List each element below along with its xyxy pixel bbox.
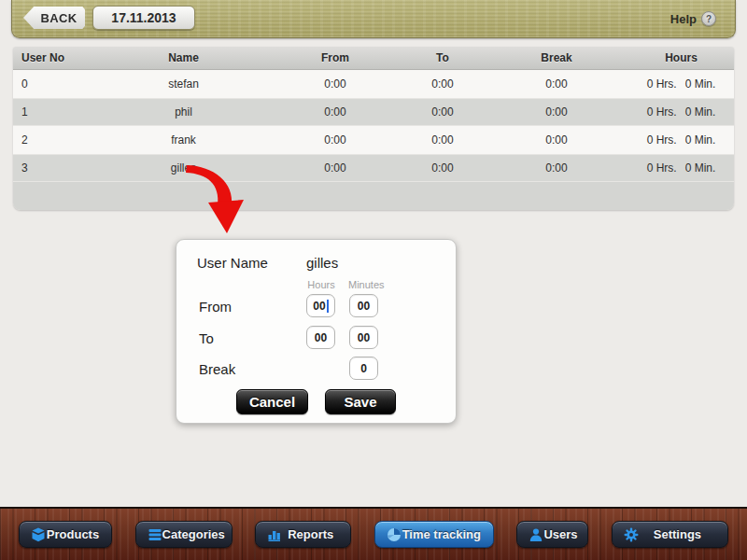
time-tracking-table: User No Name From To Break Hours 0 stefa…	[13, 47, 734, 210]
tab-settings-label: Settings	[639, 527, 716, 541]
table-footer-band	[13, 182, 734, 210]
cell-hours: 0 Hrs. 0 Min.	[628, 161, 734, 175]
cell-break: 0:00	[485, 133, 628, 147]
tab-categories-label: Categories	[162, 527, 225, 541]
break-value: 0	[360, 362, 367, 375]
tab-categories[interactable]: Categories	[135, 521, 233, 548]
cell-hours-min: 0 Min.	[685, 105, 716, 119]
bottom-toolbar: Products Categories Reports Time trackin…	[0, 507, 747, 560]
user-name-label: User Name	[197, 255, 268, 271]
tab-products-label: Products	[46, 527, 100, 541]
table-row-selected[interactable]: 3 gilles 0:00 0:00 0:00 0 Hrs. 0 Min.	[13, 154, 734, 182]
table-header-row: User No Name From To Break Hours	[13, 47, 734, 70]
help-control[interactable]: Help ?	[670, 10, 716, 27]
tab-time-tracking-label: Time tracking	[402, 527, 482, 541]
from-label: From	[199, 299, 232, 315]
back-button[interactable]: BACK	[23, 7, 85, 29]
tab-reports[interactable]: Reports	[255, 521, 351, 548]
cell-hours-hrs: 0 Hrs.	[647, 77, 677, 91]
cell-hours: 0 Hrs. 0 Min.	[628, 133, 734, 147]
edit-time-dialog: User Name gilles Hours Minutes From 00 0…	[176, 239, 457, 424]
from-hours-input[interactable]: 00	[306, 294, 335, 317]
save-button-label: Save	[344, 394, 376, 410]
column-header-from: From	[270, 51, 401, 64]
cell-name: stefan	[97, 77, 270, 91]
cell-hours-min: 0 Min.	[685, 133, 716, 147]
cell-to: 0:00	[401, 133, 485, 147]
column-header-break: Break	[485, 51, 628, 64]
help-label: Help	[670, 12, 697, 26]
cell-to: 0:00	[401, 161, 485, 175]
minutes-column-label: Minutes	[348, 279, 378, 290]
categories-list-icon	[148, 527, 162, 542]
tab-time-tracking[interactable]: Time tracking	[374, 521, 494, 548]
top-navigation-bar: BACK 17.11.2013 Help ?	[11, 0, 736, 38]
cell-user-no: 0	[13, 77, 97, 91]
cell-break: 0:00	[485, 77, 628, 91]
user-name-value: gilles	[306, 255, 338, 271]
from-minutes-input[interactable]: 00	[349, 294, 378, 317]
cell-from: 0:00	[270, 161, 401, 175]
settings-gear-icon	[624, 527, 639, 542]
cell-break: 0:00	[485, 161, 628, 175]
break-label: Break	[199, 361, 235, 377]
from-minutes-value: 00	[358, 300, 370, 313]
cell-to: 0:00	[401, 105, 485, 119]
cell-hours-min: 0 Min.	[685, 77, 716, 91]
to-hours-value: 00	[315, 331, 327, 344]
cell-hours: 0 Hrs. 0 Min.	[628, 105, 734, 119]
break-input[interactable]: 0	[349, 357, 378, 380]
tab-reports-label: Reports	[282, 527, 339, 541]
date-value: 17.11.2013	[111, 10, 176, 25]
to-minutes-value: 00	[358, 331, 370, 344]
table-row[interactable]: 2 frank 0:00 0:00 0:00 0 Hrs. 0 Min.	[13, 126, 734, 154]
table-row[interactable]: 1 phil 0:00 0:00 0:00 0 Hrs. 0 Min.	[13, 98, 734, 126]
help-question-icon[interactable]: ?	[701, 11, 716, 26]
cell-hours-hrs: 0 Hrs.	[647, 133, 677, 147]
users-person-icon	[529, 527, 543, 542]
column-header-user-no: User No	[13, 51, 97, 64]
reports-chart-icon	[267, 527, 282, 542]
tab-users-label: Users	[543, 527, 577, 541]
cell-to: 0:00	[401, 77, 485, 91]
cell-hours-hrs: 0 Hrs.	[647, 105, 677, 119]
column-header-name: Name	[97, 51, 270, 64]
column-header-hours: Hours	[628, 51, 734, 64]
cell-hours-hrs: 0 Hrs.	[647, 161, 677, 175]
cell-from: 0:00	[270, 133, 401, 147]
cancel-button[interactable]: Cancel	[236, 389, 308, 414]
back-button-label: BACK	[41, 11, 78, 25]
tab-settings[interactable]: Settings	[612, 521, 728, 548]
tab-products[interactable]: Products	[19, 521, 112, 548]
cell-name: phil	[97, 105, 270, 119]
time-clock-icon	[387, 527, 402, 542]
hours-column-label: Hours	[306, 279, 336, 290]
cancel-button-label: Cancel	[249, 394, 295, 410]
cell-from: 0:00	[270, 105, 401, 119]
cell-user-no: 1	[13, 105, 97, 119]
table-row[interactable]: 0 stefan 0:00 0:00 0:00 0 Hrs. 0 Min.	[13, 70, 734, 98]
from-hours-value: 00	[313, 300, 325, 313]
red-callout-arrow	[184, 160, 251, 238]
cell-from: 0:00	[270, 77, 401, 91]
save-button[interactable]: Save	[325, 389, 396, 414]
text-cursor	[327, 300, 329, 313]
products-box-icon	[31, 527, 46, 542]
cell-name: frank	[97, 133, 270, 147]
cell-break: 0:00	[485, 105, 628, 119]
cell-hours: 0 Hrs. 0 Min.	[628, 77, 734, 91]
cell-user-no: 3	[13, 161, 97, 175]
to-minutes-input[interactable]: 00	[349, 326, 378, 349]
date-picker-button[interactable]: 17.11.2013	[92, 6, 195, 30]
cell-user-no: 2	[13, 133, 97, 147]
to-hours-input[interactable]: 00	[306, 326, 335, 349]
to-label: To	[199, 330, 214, 346]
column-header-to: To	[401, 51, 485, 64]
cell-hours-min: 0 Min.	[685, 161, 716, 175]
tab-users[interactable]: Users	[516, 521, 588, 548]
